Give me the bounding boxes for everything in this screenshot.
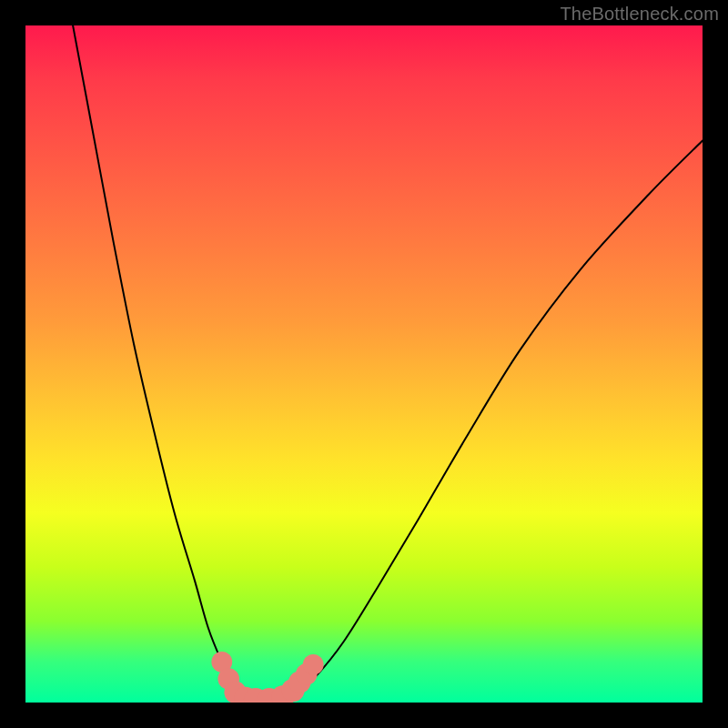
curve-right-arm xyxy=(283,141,703,700)
chart-frame: TheBottleneck.com xyxy=(0,0,728,728)
plot-area xyxy=(25,25,703,703)
marker-dot xyxy=(303,654,324,675)
curve-left-arm xyxy=(73,25,248,699)
curve-overlay xyxy=(25,25,703,703)
watermark-text: TheBottleneck.com xyxy=(560,4,719,25)
